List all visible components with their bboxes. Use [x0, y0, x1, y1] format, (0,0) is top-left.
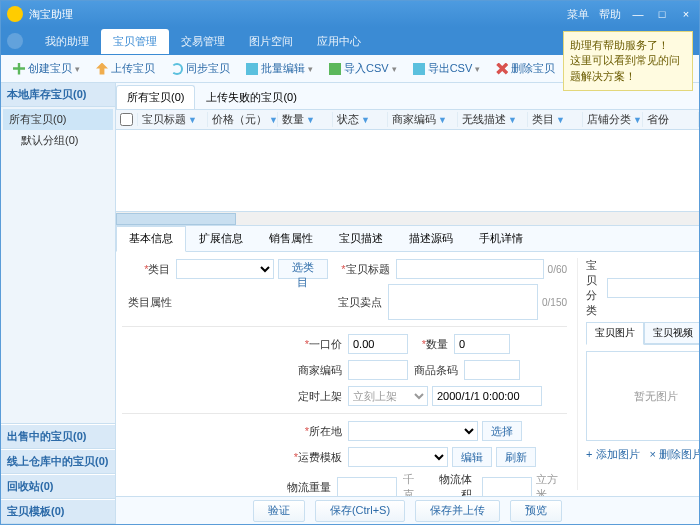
location-select[interactable]: [348, 421, 478, 441]
export-csv-button[interactable]: 导出CSV▾: [407, 59, 487, 78]
add-image-button[interactable]: + 添加图片: [586, 447, 639, 462]
export-icon: [413, 63, 425, 75]
media-tab-image[interactable]: 宝贝图片: [586, 322, 644, 345]
filter-icon[interactable]: ▼: [188, 115, 197, 125]
help-tooltip: 助理有帮助服务了！ 这里可以看到常见的问题解决方案！: [563, 31, 693, 91]
refresh-ship-button[interactable]: 刷新: [496, 447, 536, 467]
sidebar-item-recycle[interactable]: 回收站(0): [1, 474, 115, 499]
delete-item-button[interactable]: 删除宝贝: [490, 59, 561, 78]
barcode-input[interactable]: [464, 360, 520, 380]
validate-button[interactable]: 验证: [253, 500, 305, 522]
grid-header: 宝贝标题▼ 价格（元）▼ 数量▼ 状态▼ 商家编码▼ 无线描述▼ 类目▼ 店铺分…: [116, 110, 699, 130]
import-icon: [329, 63, 341, 75]
home-icon[interactable]: [7, 33, 23, 49]
choose-category-button[interactable]: 选类目: [278, 259, 328, 279]
nav-tab-items[interactable]: 宝贝管理: [101, 29, 169, 54]
close-icon[interactable]: ×: [679, 7, 693, 21]
sidebar-item-all[interactable]: 所有宝贝(0): [3, 109, 113, 130]
weight-input[interactable]: [337, 477, 397, 496]
ship-template-select[interactable]: [348, 447, 448, 467]
sidebar-item-templates[interactable]: 宝贝模板(0): [1, 499, 115, 524]
sync-icon: [171, 63, 183, 75]
sidebar-header-local: 本地库存宝贝(0): [1, 83, 115, 107]
timed-date-input[interactable]: [432, 386, 542, 406]
nav-tab-trades[interactable]: 交易管理: [169, 29, 237, 54]
preview-button[interactable]: 预览: [510, 500, 562, 522]
filter-icon[interactable]: ▼: [508, 115, 517, 125]
filter-icon[interactable]: ▼: [633, 115, 642, 125]
subtab-failed-upload[interactable]: 上传失败的宝贝(0): [195, 85, 307, 109]
choose-location-button[interactable]: 选择: [482, 421, 522, 441]
save-upload-button[interactable]: 保存并上传: [415, 500, 500, 522]
edit-ship-button[interactable]: 编辑: [452, 447, 492, 467]
qty-input[interactable]: [454, 334, 510, 354]
sidebar-item-warehouse[interactable]: 线上仓库中的宝贝(0): [1, 449, 115, 474]
subtab-all-items[interactable]: 所有宝贝(0): [116, 85, 195, 109]
sidebar-item-default-group[interactable]: 默认分组(0): [3, 130, 113, 151]
seller-code-input[interactable]: [348, 360, 408, 380]
sync-item-button[interactable]: 同步宝贝: [165, 59, 236, 78]
detail-tab-mobile[interactable]: 手机详情: [466, 226, 536, 251]
detail-tab-extended[interactable]: 扩展信息: [186, 226, 256, 251]
detail-tab-source[interactable]: 描述源码: [396, 226, 466, 251]
filter-icon[interactable]: ▼: [306, 115, 315, 125]
filter-icon[interactable]: ▼: [556, 115, 565, 125]
minimize-icon[interactable]: —: [631, 7, 645, 21]
app-logo-icon: [7, 6, 23, 22]
sidebar-item-selling[interactable]: 出售中的宝贝(0): [1, 424, 115, 449]
price-input[interactable]: [348, 334, 408, 354]
maximize-icon[interactable]: □: [655, 7, 669, 21]
detail-tab-desc[interactable]: 宝贝描述: [326, 226, 396, 251]
nav-tab-images[interactable]: 图片空间: [237, 29, 305, 54]
upload-item-button[interactable]: 上传宝贝: [90, 59, 161, 78]
plus-icon: [13, 63, 25, 75]
delete-icon: [496, 63, 508, 75]
catclass-input[interactable]: [607, 278, 699, 298]
menu-button[interactable]: 菜单: [567, 7, 589, 22]
batch-edit-button[interactable]: 批量编辑▾: [240, 59, 319, 78]
timed-select[interactable]: 立刻上架: [348, 386, 428, 406]
delete-image-button[interactable]: × 删除图片: [650, 447, 699, 462]
app-title: 淘宝助理: [29, 7, 567, 22]
horizontal-scrollbar[interactable]: [116, 212, 699, 226]
filter-icon[interactable]: ▼: [361, 115, 370, 125]
category-select[interactable]: [176, 259, 273, 279]
title-counter: 0/60: [548, 264, 567, 275]
nav-tab-assistant[interactable]: 我的助理: [33, 29, 101, 54]
nav-tab-apps[interactable]: 应用中心: [305, 29, 373, 54]
image-preview: 暂无图片 ? ? ?: [586, 351, 699, 441]
sellpoint-counter: 0/150: [542, 297, 567, 308]
save-button[interactable]: 保存(Ctrl+S): [315, 500, 405, 522]
media-tab-video[interactable]: 宝贝视频: [644, 322, 699, 344]
upload-icon: [96, 63, 108, 75]
title-input[interactable]: [396, 259, 544, 279]
help-button[interactable]: 帮助: [599, 7, 621, 22]
volume-input[interactable]: [482, 477, 532, 496]
filter-icon[interactable]: ▼: [269, 115, 278, 125]
grid-body: [116, 130, 699, 212]
import-csv-button[interactable]: 导入CSV▾: [323, 59, 403, 78]
sellpoint-input[interactable]: [388, 284, 538, 320]
select-all-checkbox[interactable]: [120, 113, 133, 126]
filter-icon[interactable]: ▼: [438, 115, 447, 125]
create-item-button[interactable]: 创建宝贝▾: [7, 59, 86, 78]
edit-icon: [246, 63, 258, 75]
detail-tab-sales[interactable]: 销售属性: [256, 226, 326, 251]
detail-tab-basic[interactable]: 基本信息: [116, 226, 186, 252]
